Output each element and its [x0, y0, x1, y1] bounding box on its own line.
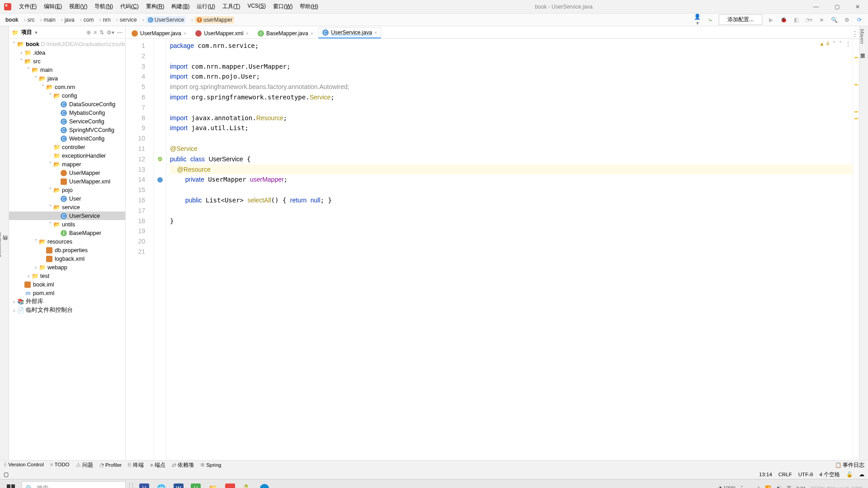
bottom-tool[interactable]: ⎈ 端点 — [150, 462, 165, 469]
tree-node[interactable]: ˅📂mapper — [9, 160, 125, 169]
edge-icon[interactable] — [257, 479, 272, 488]
menu-u[interactable]: 运行(U) — [193, 3, 219, 10]
tree-node[interactable]: ˅📂book D:\IntelliJIDEA\Graduation\zznu\b — [9, 40, 125, 48]
onedrive-icon[interactable]: ☁ — [748, 485, 753, 488]
bookmarks-tool[interactable]: Bookmarks — [0, 32, 2, 457]
clock[interactable]: 9:01 — [796, 486, 806, 488]
editor-tab[interactable]: UserMapper.java× — [127, 28, 190, 38]
browser-icon[interactable]: 🌐 — [154, 479, 169, 488]
tree-node[interactable]: ›📚外部库 — [9, 297, 125, 306]
tree-node[interactable]: UserMapper — [9, 169, 125, 177]
menu-e[interactable]: 编辑(E) — [40, 3, 66, 10]
settings-icon[interactable]: ⚙▾ — [107, 29, 114, 36]
code-editor[interactable]: package com.nrn.service; import com.nrn.… — [166, 39, 853, 460]
warnings-indicator[interactable]: ▲ 4 — [819, 41, 829, 47]
hide-icon[interactable]: — — [117, 29, 123, 36]
volume-icon[interactable]: 🔊 — [776, 485, 782, 488]
menu-h[interactable]: 帮助(H) — [296, 3, 322, 10]
wifi-icon[interactable]: 📶 — [765, 485, 771, 488]
editor-tab[interactable]: IBaseMapper.java× — [254, 28, 317, 38]
bottom-tool[interactable]: ⚠ 问题 — [76, 462, 93, 469]
taskview-icon[interactable] — [129, 483, 133, 488]
ime-indicator[interactable]: 英 — [787, 485, 792, 488]
breadcrumb-segment[interactable]: ›src — [20, 17, 37, 23]
maven-tool[interactable]: Maven — [859, 29, 865, 44]
minimize-button[interactable]: — — [806, 0, 826, 14]
tree-node[interactable]: CUser — [9, 194, 125, 203]
tabs-more-icon[interactable]: ⋮ — [851, 30, 859, 38]
close-tab-icon[interactable]: × — [246, 31, 249, 36]
ide-update-icon[interactable]: ⟳ — [855, 17, 863, 23]
stop-icon[interactable]: ■ — [817, 17, 826, 23]
tree-node[interactable]: ›📁test — [9, 272, 125, 280]
tree-node[interactable]: ˅📂src — [9, 57, 125, 66]
word-icon[interactable]: W — [171, 479, 186, 488]
menu-b[interactable]: 构建(B) — [168, 3, 193, 10]
debug-icon[interactable]: 🐞 — [779, 17, 788, 23]
chevron-down-icon[interactable]: ▾ — [35, 29, 38, 36]
project-tree[interactable]: ˅📂book D:\IntelliJIDEA\Graduation\zznu\b… — [9, 39, 125, 460]
tree-node[interactable]: CDataSourceConfig — [9, 100, 125, 108]
tree-node[interactable]: mpom.xml — [9, 289, 125, 297]
start-button[interactable] — [2, 479, 20, 488]
menu-r[interactable]: 重构(R) — [142, 3, 168, 10]
close-tab-icon[interactable]: × — [184, 31, 186, 36]
tree-node[interactable]: ›📄临时文件和控制台 — [9, 306, 125, 314]
tree-node[interactable]: 📁exceptionHandler — [9, 151, 125, 160]
cursor-position[interactable]: 13:14 — [759, 472, 772, 477]
tree-node[interactable]: ˅📂service — [9, 203, 125, 211]
tree-node[interactable]: CServiceConfig — [9, 117, 125, 126]
menu-v[interactable]: 视图(V) — [66, 3, 91, 10]
bottom-tool[interactable]: ≡ TODO — [50, 462, 70, 469]
collapse-icon[interactable]: ⇅ — [99, 29, 104, 36]
breadcrumb-segment[interactable]: ›service — [113, 17, 139, 23]
explorer-icon[interactable]: 📁 — [205, 479, 221, 488]
search-icon[interactable]: 🔍 — [830, 17, 838, 23]
tree-node[interactable]: CMybatisConfig — [9, 108, 125, 117]
tree-node[interactable]: ˅📂resources — [9, 237, 125, 246]
tree-node[interactable]: ˅📂untils — [9, 220, 125, 229]
readonly-icon[interactable]: 🔓 — [846, 471, 853, 478]
tree-node[interactable]: ˅📂main — [9, 66, 125, 74]
editor-more-icon[interactable]: ⋮ — [845, 41, 851, 47]
profile-icon[interactable]: ◔▾ — [805, 17, 813, 23]
tree-node[interactable]: logback.xml — [9, 254, 125, 263]
tree-node[interactable]: UserMapper.xml — [9, 177, 125, 186]
run-icon[interactable]: ▶ — [767, 17, 775, 23]
project-view-selector[interactable]: 项目 — [21, 28, 32, 36]
bottom-tool[interactable]: ᚺ Version Control — [4, 462, 44, 469]
hbuilder-icon[interactable]: H — [188, 479, 203, 488]
menu-f[interactable]: 文件(F) — [15, 3, 40, 10]
tree-node[interactable]: 📁controller — [9, 143, 125, 151]
tree-node[interactable]: ›📁.idea — [9, 48, 125, 57]
event-log[interactable]: 📋 事件日志 — [835, 462, 864, 469]
breadcrumb-segment[interactable]: ›main — [37, 17, 57, 23]
gear-icon[interactable]: ⚙ — [843, 17, 851, 23]
bottom-tool[interactable]: ◔ Profiler — [99, 462, 122, 469]
battery-icon[interactable]: 🔌100% — [717, 485, 736, 488]
breadcrumb-class[interactable]: CUserService — [146, 16, 186, 23]
tree-node[interactable]: CWebInitConfig — [9, 134, 125, 143]
menu-s[interactable]: VCS(S) — [244, 3, 269, 10]
run-config-selector[interactable]: 添加配置... — [719, 14, 762, 25]
breadcrumb-segment[interactable]: book — [4, 17, 20, 23]
tree-node[interactable]: book.iml — [9, 280, 125, 289]
tree-node[interactable]: db.properties — [9, 246, 125, 254]
error-stripe[interactable] — [853, 39, 859, 460]
bluetooth-icon[interactable]: ᛒ — [757, 486, 760, 488]
breadcrumb-segment[interactable]: ›java — [57, 17, 76, 23]
structure-tool[interactable]: 结构 — [2, 32, 9, 457]
tree-node[interactable]: ›📁webapp — [9, 263, 125, 272]
menu-w[interactable]: 窗口(W) — [269, 3, 296, 10]
menu-n[interactable]: 导航(N) — [91, 3, 117, 10]
maximize-button[interactable]: ▢ — [826, 0, 847, 14]
indent[interactable]: 4 个空格 — [819, 471, 840, 478]
notif-icon[interactable]: ☁ — [859, 471, 864, 478]
tree-node[interactable]: ˅📂pojo — [9, 186, 125, 194]
tree-node[interactable]: CUserService — [9, 211, 125, 220]
tree-node[interactable]: IBaseMapper — [9, 229, 125, 237]
user-icon[interactable]: 👤▾ — [693, 14, 702, 26]
visio-icon[interactable]: V — [137, 479, 152, 488]
tree-node[interactable]: ˅📂config — [9, 91, 125, 100]
menu-c[interactable]: 代码(C) — [117, 3, 142, 10]
